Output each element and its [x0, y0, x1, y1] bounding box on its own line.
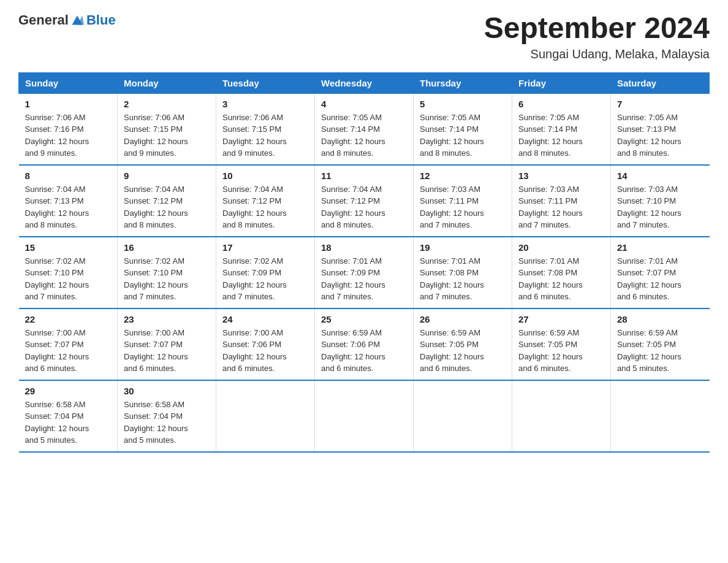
day-info: Sunrise: 7:04 AM Sunset: 7:12 PM Dayligh…	[321, 183, 407, 231]
col-friday: Friday	[512, 72, 611, 93]
day-info: Sunrise: 7:05 AM Sunset: 7:14 PM Dayligh…	[420, 112, 506, 159]
day-info: Sunrise: 7:04 AM Sunset: 7:12 PM Dayligh…	[124, 183, 210, 231]
calendar-week-2: 8Sunrise: 7:04 AM Sunset: 7:13 PM Daylig…	[19, 165, 710, 237]
logo-text-general: General	[18, 12, 69, 28]
day-number: 17	[222, 242, 308, 253]
calendar-cell	[216, 380, 315, 452]
calendar-cell: 30Sunrise: 6:58 AM Sunset: 7:04 PM Dayli…	[118, 380, 216, 452]
day-number: 19	[420, 242, 506, 253]
calendar-cell: 16Sunrise: 7:02 AM Sunset: 7:10 PM Dayli…	[118, 237, 216, 308]
day-number: 21	[617, 242, 703, 253]
day-number: 2	[124, 99, 210, 109]
calendar-table: Sunday Monday Tuesday Wednesday Thursday…	[18, 72, 710, 453]
calendar-cell: 17Sunrise: 7:02 AM Sunset: 7:09 PM Dayli…	[216, 237, 315, 308]
calendar-cell: 7Sunrise: 7:05 AM Sunset: 7:13 PM Daylig…	[611, 93, 710, 165]
day-number: 18	[321, 242, 407, 253]
day-number: 5	[420, 99, 506, 109]
calendar-cell: 3Sunrise: 7:06 AM Sunset: 7:15 PM Daylig…	[216, 93, 315, 165]
calendar-cell	[414, 380, 512, 452]
day-number: 13	[518, 170, 604, 181]
calendar-cell: 2Sunrise: 7:06 AM Sunset: 7:15 PM Daylig…	[118, 93, 216, 165]
day-number: 14	[617, 170, 703, 181]
calendar-cell: 19Sunrise: 7:01 AM Sunset: 7:08 PM Dayli…	[414, 237, 512, 308]
col-saturday: Saturday	[611, 72, 710, 93]
calendar-cell	[315, 380, 414, 452]
calendar-cell: 29Sunrise: 6:58 AM Sunset: 7:04 PM Dayli…	[19, 380, 118, 452]
logo-icon	[70, 13, 84, 27]
day-info: Sunrise: 7:04 AM Sunset: 7:13 PM Dayligh…	[25, 183, 112, 231]
day-number: 7	[617, 99, 703, 109]
day-info: Sunrise: 7:06 AM Sunset: 7:15 PM Dayligh…	[222, 112, 308, 159]
logo-text-blue: Blue	[86, 12, 116, 28]
day-number: 4	[321, 99, 407, 109]
day-number: 1	[25, 99, 112, 109]
calendar-cell: 24Sunrise: 7:00 AM Sunset: 7:06 PM Dayli…	[216, 308, 315, 380]
calendar-cell: 18Sunrise: 7:01 AM Sunset: 7:09 PM Dayli…	[315, 237, 414, 308]
calendar-cell: 10Sunrise: 7:04 AM Sunset: 7:12 PM Dayli…	[216, 165, 315, 237]
day-number: 11	[321, 170, 407, 181]
calendar-subtitle: Sungai Udang, Melaka, Malaysia	[484, 47, 710, 61]
day-number: 27	[518, 314, 604, 324]
column-headers: Sunday Monday Tuesday Wednesday Thursday…	[19, 72, 710, 93]
calendar-cell: 13Sunrise: 7:03 AM Sunset: 7:11 PM Dayli…	[512, 165, 611, 237]
calendar-cell: 5Sunrise: 7:05 AM Sunset: 7:14 PM Daylig…	[414, 93, 512, 165]
day-number: 15	[25, 242, 112, 253]
day-info: Sunrise: 7:01 AM Sunset: 7:07 PM Dayligh…	[617, 255, 703, 303]
header: General Blue September 2024 Sungai Udang…	[18, 12, 710, 61]
day-number: 20	[518, 242, 604, 253]
day-info: Sunrise: 7:05 AM Sunset: 7:14 PM Dayligh…	[321, 112, 407, 159]
calendar-cell: 8Sunrise: 7:04 AM Sunset: 7:13 PM Daylig…	[19, 165, 118, 237]
day-number: 9	[124, 170, 210, 181]
calendar-week-4: 22Sunrise: 7:00 AM Sunset: 7:07 PM Dayli…	[19, 308, 710, 380]
calendar-week-5: 29Sunrise: 6:58 AM Sunset: 7:04 PM Dayli…	[19, 380, 710, 452]
day-number: 6	[518, 99, 604, 109]
col-tuesday: Tuesday	[216, 72, 315, 93]
day-number: 29	[25, 386, 112, 396]
day-info: Sunrise: 7:05 AM Sunset: 7:13 PM Dayligh…	[617, 112, 703, 159]
calendar-cell: 6Sunrise: 7:05 AM Sunset: 7:14 PM Daylig…	[512, 93, 611, 165]
day-number: 24	[222, 314, 308, 324]
day-info: Sunrise: 7:05 AM Sunset: 7:14 PM Dayligh…	[518, 112, 604, 159]
day-info: Sunrise: 7:00 AM Sunset: 7:06 PM Dayligh…	[222, 327, 308, 375]
day-number: 8	[25, 170, 112, 181]
day-info: Sunrise: 7:00 AM Sunset: 7:07 PM Dayligh…	[25, 327, 112, 375]
calendar-cell: 25Sunrise: 6:59 AM Sunset: 7:06 PM Dayli…	[315, 308, 414, 380]
day-info: Sunrise: 6:59 AM Sunset: 7:05 PM Dayligh…	[617, 327, 703, 375]
day-number: 28	[617, 314, 703, 324]
title-area: September 2024 Sungai Udang, Melaka, Mal…	[484, 12, 710, 61]
day-info: Sunrise: 7:01 AM Sunset: 7:08 PM Dayligh…	[518, 255, 604, 303]
day-info: Sunrise: 6:58 AM Sunset: 7:04 PM Dayligh…	[25, 399, 112, 446]
day-info: Sunrise: 6:59 AM Sunset: 7:05 PM Dayligh…	[420, 327, 506, 375]
day-number: 30	[124, 386, 210, 396]
day-info: Sunrise: 7:00 AM Sunset: 7:07 PM Dayligh…	[124, 327, 210, 375]
calendar-cell: 11Sunrise: 7:04 AM Sunset: 7:12 PM Dayli…	[315, 165, 414, 237]
day-number: 3	[222, 99, 308, 109]
calendar-title: September 2024	[484, 12, 710, 45]
calendar-week-1: 1Sunrise: 7:06 AM Sunset: 7:16 PM Daylig…	[19, 93, 710, 165]
calendar-week-3: 15Sunrise: 7:02 AM Sunset: 7:10 PM Dayli…	[19, 237, 710, 308]
calendar-cell: 20Sunrise: 7:01 AM Sunset: 7:08 PM Dayli…	[512, 237, 611, 308]
calendar-cell: 26Sunrise: 6:59 AM Sunset: 7:05 PM Dayli…	[414, 308, 512, 380]
col-wednesday: Wednesday	[315, 72, 414, 93]
day-info: Sunrise: 7:06 AM Sunset: 7:15 PM Dayligh…	[124, 112, 210, 159]
calendar-cell: 15Sunrise: 7:02 AM Sunset: 7:10 PM Dayli…	[19, 237, 118, 308]
day-number: 12	[420, 170, 506, 181]
calendar-cell: 12Sunrise: 7:03 AM Sunset: 7:11 PM Dayli…	[414, 165, 512, 237]
day-number: 23	[124, 314, 210, 324]
calendar-cell: 9Sunrise: 7:04 AM Sunset: 7:12 PM Daylig…	[118, 165, 216, 237]
day-number: 25	[321, 314, 407, 324]
day-info: Sunrise: 6:59 AM Sunset: 7:06 PM Dayligh…	[321, 327, 407, 375]
day-number: 22	[25, 314, 112, 324]
col-thursday: Thursday	[414, 72, 512, 93]
day-info: Sunrise: 7:03 AM Sunset: 7:11 PM Dayligh…	[420, 183, 506, 231]
day-info: Sunrise: 6:59 AM Sunset: 7:05 PM Dayligh…	[518, 327, 604, 375]
day-info: Sunrise: 7:02 AM Sunset: 7:10 PM Dayligh…	[124, 255, 210, 303]
day-info: Sunrise: 7:01 AM Sunset: 7:09 PM Dayligh…	[321, 255, 407, 303]
calendar-cell: 28Sunrise: 6:59 AM Sunset: 7:05 PM Dayli…	[611, 308, 710, 380]
calendar-cell: 1Sunrise: 7:06 AM Sunset: 7:16 PM Daylig…	[19, 93, 118, 165]
logo: General Blue	[18, 12, 116, 28]
calendar-cell: 4Sunrise: 7:05 AM Sunset: 7:14 PM Daylig…	[315, 93, 414, 165]
day-info: Sunrise: 7:04 AM Sunset: 7:12 PM Dayligh…	[222, 183, 308, 231]
day-info: Sunrise: 7:02 AM Sunset: 7:09 PM Dayligh…	[222, 255, 308, 303]
day-info: Sunrise: 7:01 AM Sunset: 7:08 PM Dayligh…	[420, 255, 506, 303]
